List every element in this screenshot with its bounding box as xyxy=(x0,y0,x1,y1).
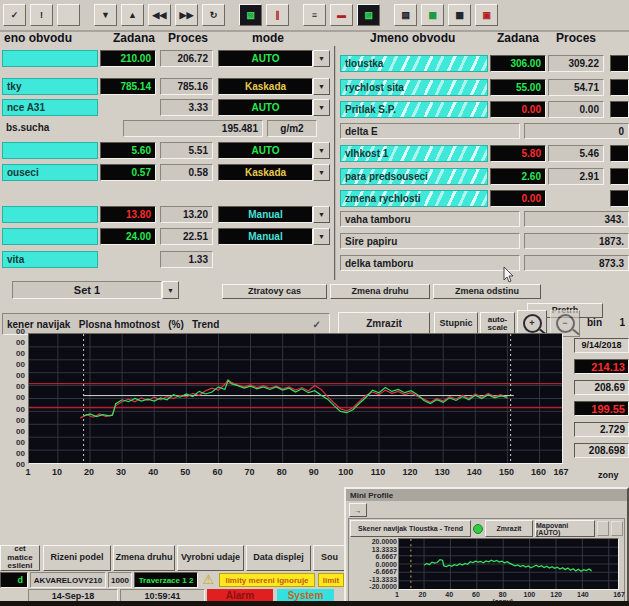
mode-select[interactable]: Manual xyxy=(218,228,313,245)
measured-value: 873.3 xyxy=(524,255,629,271)
mode-select[interactable]: AUTO xyxy=(218,99,313,116)
grid-green-icon[interactable]: ▦ xyxy=(421,4,444,26)
axis-tick-label: 140 xyxy=(577,591,589,598)
mapovani-button[interactable]: Mapovani (AUTO) xyxy=(535,520,595,537)
mode-select-clipped[interactable] xyxy=(610,168,629,185)
circuit-label: para predsouseci xyxy=(340,168,488,185)
mode-select[interactable]: Kaskada xyxy=(218,164,313,181)
setpoint-field[interactable]: 24.00 xyxy=(100,228,156,245)
zmena-odstinu-button[interactable]: Zmena odstinu xyxy=(433,284,541,299)
chevron-down-icon: ▼ xyxy=(318,233,325,240)
rizeni-podel-button[interactable]: Rizeni podel xyxy=(43,545,111,571)
set-dropdown-arrow[interactable]: ▼ xyxy=(162,281,179,299)
mini-extra-button[interactable] xyxy=(611,521,623,536)
axis-tick-label: -13.3333 xyxy=(369,576,397,583)
setpoint-field[interactable]: 210.00 xyxy=(100,50,156,67)
trend-title: kener navijak Plosna hmotnost (%) Trend xyxy=(7,319,219,330)
bars-icon[interactable]: ∥ xyxy=(266,4,289,26)
mode-dropdown-arrow[interactable]: ▼ xyxy=(313,50,330,67)
setpoint-field[interactable]: 2.60 xyxy=(490,168,546,185)
axis-tick-label: 80 xyxy=(277,467,287,477)
mode-select-clipped[interactable] xyxy=(610,55,629,72)
mode-dropdown-arrow[interactable]: ▼ xyxy=(313,99,330,116)
table-row: delka tamboru 873.3 xyxy=(338,255,629,272)
readout-min: 199.55 xyxy=(574,401,629,416)
vyrobni-udaje-button[interactable]: Vyrobni udaje xyxy=(177,545,244,571)
chart-report-icon[interactable]: ▨ xyxy=(357,4,380,26)
report-icon[interactable]: ▤ xyxy=(394,4,417,26)
alarm-table-icon[interactable]: ▣ xyxy=(475,4,498,26)
circuit-label: vita xyxy=(2,251,98,268)
axis-tick-label: 00 xyxy=(16,371,25,380)
setpoint-field[interactable]: 0.00 xyxy=(490,101,546,118)
mode-select[interactable]: AUTO xyxy=(218,142,313,159)
setpoint-field[interactable]: 0.57 xyxy=(100,164,156,181)
mode-dropdown-arrow[interactable]: ▼ xyxy=(313,228,330,245)
button-line1: cet matice xyxy=(1,545,39,562)
bin-field[interactable]: bin 1 xyxy=(585,315,627,332)
trend-plot-area[interactable] xyxy=(28,333,563,464)
mode-select-clipped[interactable] xyxy=(610,101,629,118)
axis-tick-label: 100 xyxy=(524,591,536,598)
zmena-druhu-button[interactable]: Zmena druhu xyxy=(330,284,430,299)
axis-tick-label: 60 xyxy=(212,467,222,477)
axis-tick-label: 20 xyxy=(84,467,94,477)
mini-zmrazit-button[interactable]: Zmrazit xyxy=(485,520,533,537)
blank-icon[interactable] xyxy=(57,4,80,26)
setpoint-field[interactable]: 5.80 xyxy=(490,145,546,162)
arrow-up-icon[interactable]: ▲ xyxy=(121,4,144,26)
mode-select[interactable]: Kaskada xyxy=(218,78,313,95)
left-circuit-panel: 210.00 206.72 AUTO ▼ tky 785.14 785.16 K… xyxy=(0,46,336,280)
mode-select[interactable]: AUTO xyxy=(218,50,313,67)
mode-dropdown-arrow[interactable]: ▼ xyxy=(313,142,330,159)
soubory-button[interactable]: Sou xyxy=(313,545,346,571)
bar-report-icon[interactable]: ▬ xyxy=(330,4,353,26)
table-icon[interactable]: ▩ xyxy=(448,4,471,26)
mode-select-clipped[interactable] xyxy=(610,145,629,162)
list-icon[interactable]: ≡ xyxy=(303,4,326,26)
setpoint-field[interactable]: 5.60 xyxy=(100,142,156,159)
exclamation-icon[interactable]: ! xyxy=(30,4,53,26)
mode-dropdown-arrow[interactable]: ▼ xyxy=(313,206,330,223)
setpoint-field[interactable]: 13.80 xyxy=(100,206,156,223)
mini-profile-window[interactable]: Mini Profile → Skener navijak Tloustka -… xyxy=(344,487,629,606)
table-row: tky 785.14 785.16 Kaskada ▼ xyxy=(0,78,335,95)
data-displej-button[interactable]: Data displej xyxy=(246,545,311,571)
axis-tick-label: 00 xyxy=(16,327,25,336)
zmena-druhu-bottom-button[interactable]: Zmena druhu xyxy=(113,545,175,571)
mode-select[interactable]: Manual xyxy=(218,206,313,223)
mini-extra-button[interactable] xyxy=(597,521,609,536)
setpoint-field[interactable]: 785.14 xyxy=(100,78,156,95)
trend-title-bar: kener navijak Plosna hmotnost (%) Trend … xyxy=(2,313,330,335)
set-select[interactable]: Set 1 xyxy=(12,281,162,299)
mode-select-clipped[interactable] xyxy=(610,190,629,207)
mode-dropdown-arrow[interactable]: ▼ xyxy=(313,78,330,95)
mini-plot-area[interactable] xyxy=(398,538,619,590)
prepocet-matice-button[interactable]: cet matice esileni xyxy=(0,545,40,571)
axis-tick-label: 140 xyxy=(467,467,482,477)
rewind-icon[interactable]: ◀◀ xyxy=(148,4,171,26)
minus-glyph: − xyxy=(562,319,567,328)
mode-select-clipped[interactable] xyxy=(610,79,629,96)
setpoint-field[interactable]: 0.00 xyxy=(490,190,546,207)
trend-display-icon[interactable]: ▧ xyxy=(239,4,262,26)
checkmark-icon[interactable]: ✓ xyxy=(3,4,26,26)
mini-trend-title-button[interactable]: Skener navijak Tloustka - Trend xyxy=(350,520,471,537)
refresh-icon[interactable]: ↻ xyxy=(202,4,225,26)
arrow-down-icon[interactable]: ▼ xyxy=(94,4,117,26)
mini-profile-titlebar[interactable]: Mini Profile xyxy=(346,489,627,501)
readout-target: 208.698 xyxy=(574,443,629,458)
axis-tick-label: 00 xyxy=(16,393,25,402)
ztratovy-cas-button[interactable]: Ztratovy cas xyxy=(222,284,327,299)
axis-tick-label: 30 xyxy=(116,467,126,477)
fast-forward-icon[interactable]: ▶▶ xyxy=(175,4,198,26)
process-value: 13.20 xyxy=(160,206,213,223)
circuit-label: Sire papiru xyxy=(340,233,520,249)
setpoint-field[interactable]: 306.00 xyxy=(490,55,546,72)
circuit-label: rychlost sita xyxy=(340,79,488,96)
step-arrow-icon[interactable]: → xyxy=(349,503,367,517)
circuit-label xyxy=(2,142,98,159)
setpoint-field[interactable]: 55.00 xyxy=(490,79,546,96)
mode-dropdown-arrow[interactable]: ▼ xyxy=(313,164,330,181)
table-row: zmena rychlosti 0.00 xyxy=(338,190,629,207)
